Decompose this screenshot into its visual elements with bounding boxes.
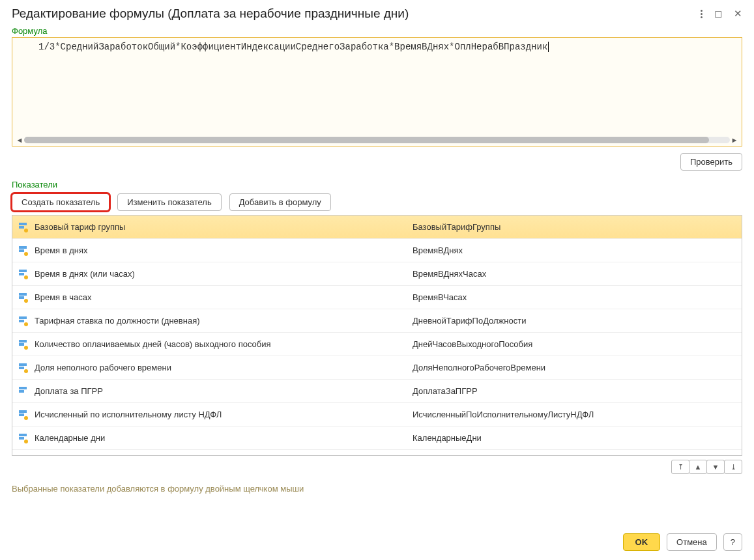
indicator-code: ДоляНеполногоРабочегоВремени	[413, 363, 735, 372]
indicator-code: БазовыйТарифГруппы	[413, 222, 735, 232]
indicator-icon	[19, 269, 29, 279]
indicator-name: Тарифная ставка по должности (дневная)	[35, 316, 413, 326]
indicator-icon	[19, 339, 29, 350]
table-row[interactable]: Время в днях (или часах)ВремяВДняхЧасах	[12, 262, 742, 286]
table-row[interactable]: Исчисленный по исполнительному листу НДФ…	[12, 403, 742, 427]
create-indicator-button[interactable]: Создать показатель	[12, 193, 109, 211]
indicator-name: Календарные дни	[35, 433, 413, 443]
edit-indicator-button[interactable]: Изменить показатель	[117, 193, 221, 211]
indicators-table[interactable]: Базовый тариф группыБазовыйТарифГруппыВр…	[12, 215, 742, 456]
indicator-name: Базовый тариф группы	[35, 222, 413, 232]
formula-label: Формула	[12, 26, 742, 36]
table-row[interactable]: Время в часахВремяВЧасах	[12, 286, 742, 309]
indicator-code: ВремяВДняхЧасах	[413, 269, 735, 279]
table-row[interactable]: Календарные дниКалендарныеДни	[12, 427, 742, 450]
indicator-name: Доплата за ПГРР	[35, 386, 413, 396]
maximize-icon[interactable]: ◻	[714, 8, 722, 20]
cancel-button[interactable]: Отмена	[667, 533, 717, 551]
indicator-code: ДоплатаЗаПГРР	[413, 386, 735, 396]
indicator-name: Время в днях	[35, 245, 413, 255]
indicator-code: ВремяВДнях	[413, 245, 735, 255]
indicator-code: ДнейЧасовВыходногоПособия	[413, 339, 735, 349]
indicator-code: ИсчисленныйПоИсполнительномуЛистуНДФЛ	[413, 410, 735, 419]
indicator-icon	[19, 292, 29, 303]
table-row[interactable]: Время в дняхВремяВДнях	[12, 239, 742, 262]
formula-hscrollbar[interactable]: ◄ ►	[14, 135, 740, 145]
hint-text: Выбранные показатели добавляются в форму…	[12, 483, 338, 495]
indicator-name: Количество оплачиваемых дней (часов) вых…	[35, 339, 413, 349]
formula-editor[interactable]: 1/3*СреднийЗаработокОбщий*КоэффициентИнд…	[12, 37, 742, 147]
indicator-icon	[19, 410, 29, 420]
help-button[interactable]: ?	[723, 533, 742, 551]
table-row[interactable]: Тарифная ставка по должности (дневная)Дн…	[12, 309, 742, 333]
verify-button[interactable]: Проверить	[680, 153, 742, 171]
indicator-name: Доля неполного рабочего времени	[35, 363, 413, 372]
nav-up-button[interactable]: ▲	[689, 460, 707, 474]
scroll-right-icon[interactable]: ►	[730, 135, 739, 145]
more-icon[interactable]	[701, 10, 703, 18]
indicator-icon	[19, 386, 29, 397]
formula-expression[interactable]: 1/3*СреднийЗаработокОбщий*КоэффициентИнд…	[14, 39, 740, 135]
table-row[interactable]: Доля неполного рабочего времениДоляНепол…	[12, 356, 742, 380]
window-title: Редактирование формулы (Доплата за нераб…	[12, 7, 701, 21]
scroll-left-icon[interactable]: ◄	[15, 135, 24, 145]
indicator-code: ДневнойТарифПоДолжности	[413, 316, 735, 326]
indicator-icon	[19, 433, 29, 443]
nav-first-button[interactable]: ⤒	[671, 460, 689, 474]
indicator-icon	[19, 245, 29, 256]
scroll-track[interactable]	[24, 137, 730, 143]
table-row[interactable]: Количество оплачиваемых дней (часов) вых…	[12, 333, 742, 356]
indicators-label: Показатели	[12, 180, 742, 189]
indicator-code: КалендарныеДни	[413, 433, 735, 443]
indicator-name: Исчисленный по исполнительному листу НДФ…	[35, 410, 413, 419]
nav-last-button[interactable]: ⤓	[724, 460, 742, 474]
indicator-name: Время в днях (или часах)	[35, 269, 413, 279]
add-to-formula-button[interactable]: Добавить в формулу	[229, 193, 331, 211]
ok-button[interactable]: OK	[623, 533, 661, 551]
indicator-name: Время в часах	[35, 292, 413, 302]
table-row[interactable]: Базовый тариф группыБазовыйТарифГруппы	[12, 216, 742, 239]
indicator-icon	[19, 363, 29, 373]
indicator-icon	[19, 222, 29, 232]
close-icon[interactable]: ✕	[734, 8, 742, 20]
nav-down-button[interactable]: ▼	[706, 460, 725, 474]
table-row[interactable]: Доплата за ПГРРДоплатаЗаПГРР	[12, 380, 742, 403]
indicator-icon	[19, 316, 29, 326]
scroll-thumb[interactable]	[24, 137, 709, 143]
indicator-code: ВремяВЧасах	[413, 292, 735, 302]
